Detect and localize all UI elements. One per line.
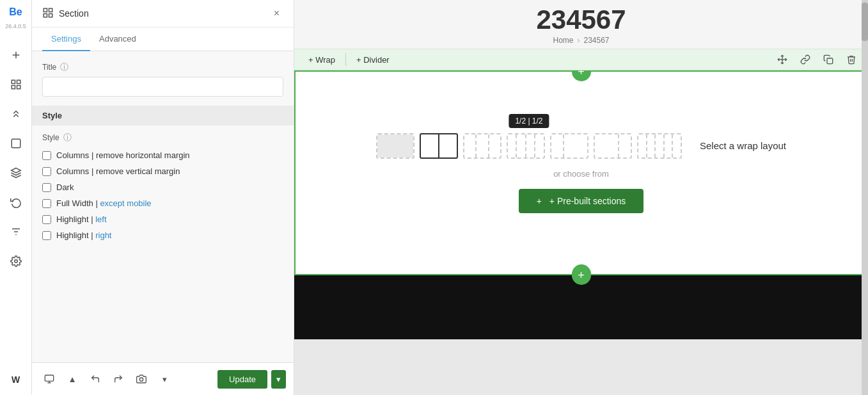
- checkbox-remove-v-margin[interactable]: [42, 167, 51, 176]
- toggle-down-button[interactable]: ▾: [155, 369, 174, 389]
- update-arrow-button[interactable]: ▾: [271, 370, 286, 389]
- scrollbar-thumb[interactable]: [862, 3, 868, 41]
- checkbox-remove-h-margin[interactable]: [42, 151, 51, 160]
- svg-rect-2: [12, 80, 15, 83]
- layout-icon[interactable]: [7, 76, 25, 93]
- svg-rect-5: [17, 86, 20, 89]
- breadcrumb-arrow: ›: [577, 36, 580, 45]
- layout-row: 1/2 | 1/2: [376, 133, 786, 159]
- move-icon[interactable]: [772, 49, 793, 70]
- refresh-icon[interactable]: [7, 193, 25, 211]
- checkbox-dark[interactable]: [42, 183, 51, 192]
- layout-option-fifth[interactable]: [637, 133, 682, 159]
- version-label: 26.4.0.5: [5, 23, 26, 29]
- style-option-full-width[interactable]: Full Width | except mobile: [42, 195, 283, 211]
- page-icon[interactable]: [7, 134, 25, 152]
- svg-rect-22: [827, 58, 833, 64]
- toggle-up-button[interactable]: ▲: [63, 369, 82, 389]
- label-highlight-right: Highlight | right: [56, 230, 111, 240]
- style-option-highlight-right[interactable]: Highlight | right: [42, 227, 283, 243]
- layers-icon[interactable]: [7, 164, 25, 182]
- layout-option-third-two[interactable]: [550, 133, 588, 159]
- svg-rect-16: [45, 375, 53, 381]
- main-content: 234567 Home › 234567 + Wrap + Divider: [294, 0, 868, 395]
- panel-close-button[interactable]: ×: [270, 6, 283, 20]
- style-section-heading: Style: [32, 106, 294, 125]
- title-field-label: Title ⓘ: [42, 61, 283, 73]
- black-section: +: [294, 275, 868, 339]
- copy-icon[interactable]: [818, 49, 839, 70]
- section-block: + 1/2 | 1/2: [294, 70, 868, 275]
- prebuilt-plus-icon: +: [537, 196, 542, 206]
- svg-rect-4: [12, 86, 15, 89]
- divider-button[interactable]: + Divider: [349, 50, 397, 70]
- add-icon[interactable]: [7, 46, 25, 64]
- svg-marker-7: [11, 168, 20, 173]
- add-row-top-button[interactable]: +: [572, 70, 591, 81]
- reorder-icon[interactable]: [7, 105, 25, 123]
- panel-title: Section: [59, 8, 265, 19]
- screenshot-button[interactable]: [132, 369, 151, 389]
- style-option-highlight-left[interactable]: Highlight | left: [42, 211, 283, 227]
- label-highlight-left: Highlight | left: [56, 214, 107, 224]
- or-choose-label: or choose from: [553, 169, 609, 179]
- filters-icon[interactable]: [7, 223, 25, 241]
- title-info-icon[interactable]: ⓘ: [60, 61, 68, 73]
- settings-panel: Section × Settings Advanced Title ⓘ Styl…: [32, 0, 294, 395]
- style-option-remove-v-margin[interactable]: Columns | remove vertical margin: [42, 163, 283, 179]
- scrollbar[interactable]: [862, 0, 868, 395]
- page-title: 234567: [294, 6, 868, 33]
- prebuilt-sections-button[interactable]: + + Pre-built sections: [519, 189, 644, 213]
- style-option-remove-h-margin[interactable]: Columns | remove horizontal margin: [42, 147, 283, 163]
- toolbar-divider: [345, 53, 346, 66]
- layout-option-full[interactable]: [376, 133, 414, 159]
- layout-option-half[interactable]: [420, 133, 458, 159]
- link-icon[interactable]: [795, 49, 816, 70]
- label-remove-v-margin: Columns | remove vertical margin: [56, 166, 180, 176]
- layout-option-quarter[interactable]: [507, 133, 545, 159]
- panel-bottom-bar: ▲ ▾ Update ▾: [32, 362, 294, 395]
- desktop-preview-button[interactable]: [40, 369, 59, 389]
- checkbox-full-width[interactable]: [42, 199, 51, 208]
- undo-button[interactable]: [86, 369, 105, 389]
- breadcrumb-current: 234567: [583, 36, 609, 45]
- layout-option-two-third[interactable]: [594, 133, 632, 159]
- layout-tooltip: 1/2 | 1/2: [509, 114, 549, 128]
- tab-settings[interactable]: Settings: [42, 28, 90, 51]
- style-option-dark[interactable]: Dark: [42, 179, 283, 195]
- title-input[interactable]: [42, 77, 283, 97]
- update-button[interactable]: Update: [217, 370, 267, 389]
- breadcrumb: Home › 234567: [294, 36, 868, 45]
- panel-header: Section ×: [32, 0, 294, 28]
- section-panel-icon: [42, 7, 54, 20]
- checkbox-highlight-right[interactable]: [42, 231, 51, 240]
- breadcrumb-home[interactable]: Home: [553, 36, 573, 45]
- add-row-above-black-button[interactable]: +: [572, 266, 591, 285]
- left-toolbar: Be 26.4.0.5 W: [0, 0, 32, 395]
- editor-toolbar: + Wrap + Divider: [294, 49, 868, 70]
- layout-options: [376, 133, 682, 159]
- page-title-area: 234567 Home › 234567: [294, 0, 868, 49]
- svg-rect-3: [17, 80, 20, 83]
- label-full-width: Full Width | except mobile: [56, 198, 152, 208]
- panel-tabs: Settings Advanced: [32, 28, 294, 51]
- editor-toolbar-right: [772, 49, 862, 70]
- checkbox-highlight-left[interactable]: [42, 215, 51, 224]
- settings-icon[interactable]: [7, 252, 25, 270]
- wp-icon[interactable]: W: [7, 371, 25, 389]
- delete-icon[interactable]: [841, 49, 862, 70]
- svg-rect-6: [12, 139, 20, 148]
- wrap-layout-container: 1/2 | 1/2: [363, 120, 799, 226]
- svg-rect-12: [43, 8, 47, 12]
- canvas-area: + 1/2 | 1/2: [294, 70, 868, 395]
- style-info-icon[interactable]: ⓘ: [63, 132, 72, 143]
- wrap-button[interactable]: + Wrap: [301, 50, 343, 70]
- redo-button[interactable]: [109, 369, 128, 389]
- tab-advanced[interactable]: Advanced: [90, 28, 145, 51]
- svg-rect-13: [49, 8, 52, 12]
- brand-logo: Be: [9, 6, 22, 18]
- svg-rect-14: [43, 13, 47, 17]
- label-remove-h-margin: Columns | remove horizontal margin: [56, 150, 190, 160]
- label-dark: Dark: [56, 182, 74, 192]
- layout-option-third[interactable]: [463, 133, 501, 159]
